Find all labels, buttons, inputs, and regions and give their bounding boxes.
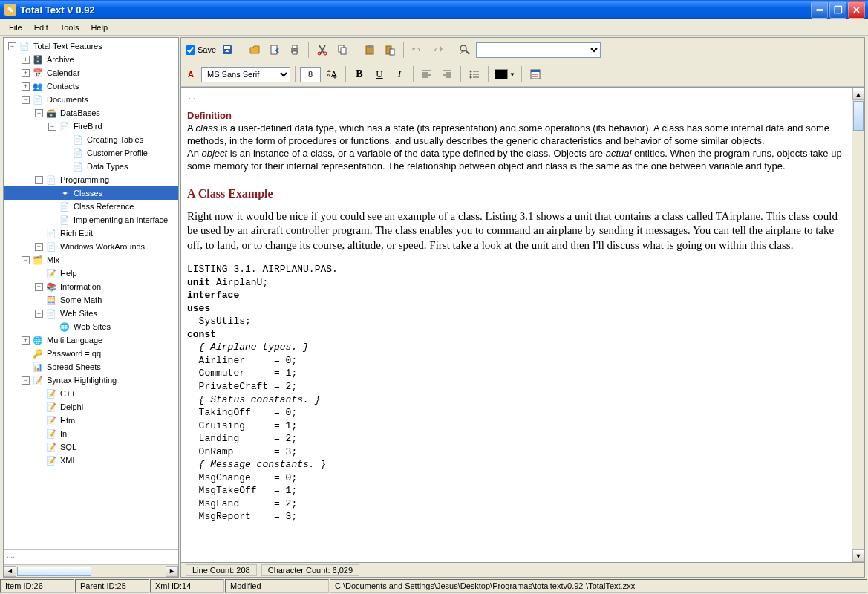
tree-item[interactable]: +📚Information bbox=[4, 280, 178, 293]
font-size-button[interactable]: AA bbox=[323, 65, 341, 83]
dialog-button[interactable] bbox=[526, 65, 544, 83]
align-left-button[interactable] bbox=[418, 65, 436, 83]
paste-special-button[interactable] bbox=[381, 41, 399, 59]
editor-content[interactable]: .. Definition A class is a user-defined … bbox=[181, 88, 852, 562]
tree-expander[interactable]: − bbox=[35, 310, 43, 318]
open-button[interactable] bbox=[246, 41, 264, 59]
import-button[interactable] bbox=[266, 41, 284, 59]
tree-item-label: Customer Profile bbox=[87, 148, 148, 157]
tree-item[interactable]: −📄Web Sites bbox=[4, 307, 178, 320]
cut-button[interactable] bbox=[313, 41, 331, 59]
tree-item[interactable]: 📝Ini bbox=[4, 427, 178, 440]
scroll-thumb[interactable] bbox=[17, 567, 91, 576]
minimize-button[interactable]: ━ bbox=[811, 1, 828, 19]
tree-item[interactable]: 📝C++ bbox=[4, 387, 178, 400]
close-button[interactable]: ✕ bbox=[848, 1, 865, 19]
tree-expander[interactable]: + bbox=[35, 243, 43, 251]
tree-expander[interactable]: − bbox=[22, 376, 30, 385]
italic-button[interactable]: I bbox=[391, 65, 408, 83]
tree-item[interactable]: −🗃️DataBases bbox=[4, 106, 178, 120]
tree-item[interactable]: 📄Rich Edit bbox=[4, 226, 178, 240]
tree-item-icon: 📊 bbox=[32, 361, 44, 373]
tree-item[interactable]: +🗄️Archive bbox=[4, 53, 178, 66]
save-to-button[interactable] bbox=[218, 41, 236, 59]
font-select[interactable]: MS Sans Serif bbox=[201, 67, 290, 82]
tree-expander[interactable]: + bbox=[22, 56, 30, 64]
tree-item[interactable]: 📝Html bbox=[4, 414, 178, 427]
tree-item[interactable]: −📄Total Text Features bbox=[4, 39, 178, 53]
tree-expander[interactable]: + bbox=[35, 283, 43, 291]
tree-item-icon: 📝 bbox=[45, 401, 57, 413]
tree-item[interactable]: 📄Customer Profile bbox=[4, 146, 178, 160]
tree-item-label: Ini bbox=[60, 429, 69, 438]
tree-item-icon: 📄 bbox=[59, 214, 71, 226]
tree-expander[interactable]: − bbox=[22, 96, 30, 104]
tree-item-icon: 📄 bbox=[45, 227, 57, 239]
tree-item[interactable]: 📄Data Types bbox=[4, 160, 178, 173]
menu-tools[interactable]: Tools bbox=[54, 22, 85, 33]
tree-item-icon: 🗄️ bbox=[32, 53, 44, 65]
tree-expander[interactable]: − bbox=[35, 176, 43, 184]
menu-help[interactable]: Help bbox=[85, 22, 114, 33]
scroll-down-button[interactable]: ▼ bbox=[852, 549, 864, 562]
editor-vscroll[interactable]: ▲ ▼ bbox=[852, 88, 864, 562]
tree-item[interactable]: 📄Implementing an Interface bbox=[4, 213, 178, 226]
bold-button[interactable]: B bbox=[350, 65, 368, 83]
save-checkbox[interactable] bbox=[186, 45, 195, 55]
tree-item[interactable]: −📝Syntax Highlighting bbox=[4, 373, 178, 387]
tree-item[interactable]: +👥Contacts bbox=[4, 79, 178, 93]
tree-item[interactable]: 📝Help bbox=[4, 267, 178, 280]
scroll-left-button[interactable]: ◄ bbox=[4, 566, 16, 577]
paste-button[interactable] bbox=[361, 41, 379, 59]
tree-expander[interactable]: + bbox=[22, 336, 30, 345]
tree-item[interactable]: 📝XML bbox=[4, 454, 178, 467]
tree-item[interactable]: 📝SQL bbox=[4, 440, 178, 454]
tree-item[interactable]: −📄Programming bbox=[4, 173, 178, 186]
tree-item[interactable]: −📄FireBird bbox=[4, 120, 178, 133]
save-checkbox-group[interactable]: Save bbox=[186, 45, 216, 55]
tree-item[interactable]: 📄Creating Tables bbox=[4, 133, 178, 146]
underline-button[interactable]: U bbox=[371, 65, 388, 83]
tree-item[interactable]: 🌐Web Sites bbox=[4, 320, 178, 333]
tree-item[interactable]: −🗂️Mix bbox=[4, 253, 178, 267]
tree-expander[interactable]: − bbox=[48, 123, 56, 131]
tree-expander[interactable]: + bbox=[22, 82, 30, 91]
tree-item[interactable]: +🌐Multi Language bbox=[4, 333, 178, 347]
tree-item[interactable]: 🔑Password = qq bbox=[4, 347, 178, 360]
scroll-vthumb[interactable] bbox=[853, 101, 864, 131]
tree-expander[interactable]: − bbox=[35, 109, 43, 117]
document-tree[interactable]: −📄Total Text Features+🗄️Archive+📅Calenda… bbox=[4, 38, 178, 549]
print-button[interactable] bbox=[286, 41, 304, 59]
menu-edit[interactable]: Edit bbox=[28, 22, 54, 33]
align-right-button[interactable] bbox=[438, 65, 456, 83]
tree-item[interactable]: 📄Class Reference bbox=[4, 200, 178, 213]
tree-item[interactable]: 📊Spread Sheets bbox=[4, 360, 178, 373]
tree-item[interactable]: −📄Documents bbox=[4, 93, 178, 106]
redo-button[interactable] bbox=[428, 41, 446, 59]
tree-item[interactable]: 📝Delphi bbox=[4, 400, 178, 414]
menu-file[interactable]: File bbox=[3, 22, 28, 33]
find-button[interactable]: A bbox=[456, 41, 474, 59]
bullets-button[interactable] bbox=[466, 65, 483, 83]
tree-item-icon: 📄 bbox=[59, 200, 71, 212]
tree-expander[interactable]: + bbox=[22, 69, 30, 77]
scroll-up-button[interactable]: ▲ bbox=[852, 88, 864, 100]
tree-expander[interactable]: − bbox=[8, 42, 16, 50]
toolbar-format: A MS Sans Serif AA B U I ▼ bbox=[181, 62, 864, 87]
tree-item-icon: 🌐 bbox=[32, 334, 44, 346]
tree-item[interactable]: +📄Windows WorkArounds bbox=[4, 240, 178, 253]
tree-item[interactable]: ✦Classes bbox=[4, 186, 178, 200]
font-size-input[interactable] bbox=[300, 67, 321, 82]
copy-button[interactable] bbox=[333, 41, 351, 59]
scroll-right-button[interactable]: ► bbox=[166, 566, 178, 577]
tree-item[interactable]: +📅Calendar bbox=[4, 66, 178, 79]
tree-item-icon: 📅 bbox=[32, 67, 44, 79]
background-color-button[interactable]: ▼ bbox=[493, 65, 517, 83]
maximize-button[interactable]: ❐ bbox=[829, 1, 846, 19]
tree-item[interactable]: 🧮Some Math bbox=[4, 293, 178, 307]
search-combo[interactable] bbox=[476, 42, 601, 58]
sidebar-hscroll[interactable]: ◄ ► bbox=[4, 564, 178, 577]
undo-button[interactable] bbox=[408, 41, 426, 59]
tree-item-label: C++ bbox=[60, 389, 76, 398]
tree-expander[interactable]: − bbox=[22, 256, 30, 264]
